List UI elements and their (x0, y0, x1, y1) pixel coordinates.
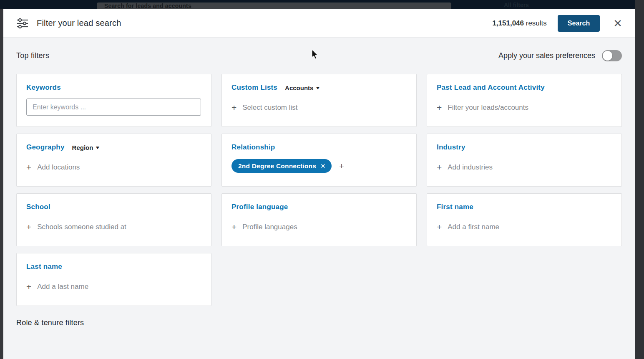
backdrop-right-strip (635, 0, 644, 359)
chevron-down-icon: ▼ (315, 86, 321, 90)
toggle-knob (603, 51, 612, 61)
past-lead-account-activity-title[interactable]: Past Lead and Account Activity (437, 83, 545, 92)
plus-icon: + (26, 163, 31, 172)
sales-preferences-toggle[interactable] (602, 50, 622, 61)
filter-sliders-icon (17, 18, 28, 29)
close-icon[interactable]: ✕ (613, 18, 622, 29)
filter-card-industry: Industry+Add industries (427, 134, 622, 187)
filter-card-geography: GeographyRegion▼+Add locations (16, 134, 211, 187)
filter-card-profile-language: Profile language+Profile languages (221, 193, 417, 246)
school-add-action[interactable]: +Schools someone studied at (26, 222, 201, 231)
modal-body: Top filters Apply your sales preferences… (3, 38, 635, 359)
background-all-filters-label: All filters (504, 2, 529, 8)
page-behind-modal: Search for leads and accounts All filter… (0, 0, 644, 9)
last-name-add-action[interactable]: +Add a last name (26, 282, 201, 291)
modal-title: Filter your lead search (37, 18, 121, 28)
geography-dropdown[interactable]: Region▼ (72, 144, 100, 151)
industry-title[interactable]: Industry (437, 143, 465, 152)
custom-lists-title[interactable]: Custom Lists (231, 83, 277, 92)
filter-card-custom-lists: Custom ListsAccounts▼+Select custom list (221, 74, 417, 127)
last-name-title[interactable]: Last name (26, 263, 62, 271)
plus-icon: + (231, 222, 236, 231)
keywords-title[interactable]: Keywords (26, 83, 61, 92)
background-search-bar: Search for leads and accounts (97, 3, 451, 9)
remove-pill-icon[interactable]: ✕ (320, 162, 326, 170)
relationship-title[interactable]: Relationship (231, 143, 275, 152)
results-label: results (526, 19, 547, 27)
results-count: 1,151,046 (492, 19, 524, 27)
filter-card-last-name: Last name+Add a last name (16, 253, 211, 306)
add-relationship-icon[interactable]: + (339, 162, 344, 170)
filter-card-school: School+Schools someone studied at (16, 193, 211, 246)
background-search-placeholder: Search for leads and accounts (104, 3, 191, 9)
filter-card-keywords: Keywords (16, 74, 211, 127)
backdrop-left-strip (0, 9, 3, 359)
plus-icon: + (437, 163, 442, 172)
sales-preferences-label: Apply your sales preferences (498, 51, 595, 60)
industry-add-action[interactable]: +Add industries (437, 163, 611, 172)
plus-icon: + (26, 222, 31, 231)
keywords-input[interactable] (26, 99, 201, 116)
plus-icon: + (437, 103, 442, 112)
chevron-down-icon: ▼ (95, 145, 101, 150)
results-summary: 1,151,046 results (492, 19, 546, 28)
school-title[interactable]: School (26, 203, 50, 211)
plus-icon: + (437, 222, 442, 231)
modal-header: Filter your lead search 1,151,046 result… (3, 9, 635, 38)
first-name-title[interactable]: First name (437, 203, 473, 211)
custom-lists-dropdown[interactable]: Accounts▼ (285, 84, 320, 91)
custom-lists-add-action[interactable]: +Select custom list (231, 103, 406, 112)
plus-icon: + (26, 282, 31, 291)
geography-add-action[interactable]: +Add locations (26, 163, 201, 172)
filter-cards-grid: KeywordsCustom ListsAccounts▼+Select cus… (16, 74, 622, 306)
top-filters-heading: Top filters (16, 51, 49, 60)
first-name-add-action[interactable]: +Add a first name (437, 222, 611, 231)
profile-language-add-action[interactable]: +Profile languages (231, 222, 406, 231)
past-lead-account-activity-add-action[interactable]: +Filter your leads/accounts (437, 103, 611, 112)
filter-lead-search-modal: Filter your lead search 1,151,046 result… (3, 9, 635, 359)
filter-card-past-lead-account-activity: Past Lead and Account Activity+Filter yo… (427, 74, 622, 127)
role-tenure-heading: Role & tenure filters (16, 319, 622, 327)
search-button[interactable]: Search (558, 15, 600, 32)
filter-card-relationship: Relationship2nd Degree Connections✕+ (221, 134, 417, 187)
profile-language-title[interactable]: Profile language (231, 203, 288, 211)
relationship-selected-pill[interactable]: 2nd Degree Connections✕ (231, 159, 332, 173)
geography-title[interactable]: Geography (26, 143, 65, 152)
plus-icon: + (231, 103, 236, 112)
filter-card-first-name: First name+Add a first name (427, 193, 622, 246)
